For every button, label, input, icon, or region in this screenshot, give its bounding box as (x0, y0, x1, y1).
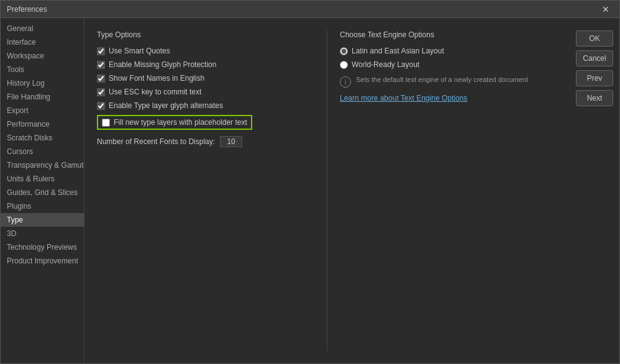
label-world-ready: World-Ready Layout (352, 60, 419, 69)
option-glyph-alternates: Enable Type layer glyph alternates (97, 101, 314, 110)
sidebar-item-history-log[interactable]: History Log (1, 76, 84, 90)
preferences-window: Preferences ✕ GeneralInterfaceWorkspaceT… (0, 0, 620, 364)
sidebar-item-3d[interactable]: 3D (1, 227, 84, 240)
sidebar-item-tools[interactable]: Tools (1, 63, 84, 76)
learn-more-link[interactable]: Learn more about Text Engine Options (340, 94, 467, 102)
content-area: GeneralInterfaceWorkspaceToolsHistory Lo… (1, 18, 619, 363)
sidebar-item-transparency---gamut[interactable]: Transparency & Gamut (1, 158, 84, 172)
sidebar: GeneralInterfaceWorkspaceToolsHistory Lo… (1, 18, 84, 363)
sidebar-item-scratch-disks[interactable]: Scratch Disks (1, 131, 84, 145)
sidebar-item-plugins[interactable]: Plugins (1, 199, 84, 213)
option-esc-key: Use ESC key to commit text (97, 88, 314, 96)
recent-fonts-row: Number of Recent Fonts to Display: (97, 136, 314, 147)
radio-latin-input[interactable] (340, 47, 348, 55)
checkbox-glyph-alternates[interactable] (97, 102, 105, 110)
prev-button[interactable]: Prev (576, 70, 613, 86)
label-latin: Latin and East Asian Layout (352, 47, 444, 55)
sidebar-item-units---rulers[interactable]: Units & Rulers (1, 172, 84, 186)
cancel-button[interactable]: Cancel (576, 50, 613, 66)
panel-row: Type Options Use Smart Quotes Enable Mis… (97, 30, 557, 351)
right-section: Choose Text Engine Options Latin and Eas… (327, 30, 557, 351)
checkbox-smart-quotes[interactable] (97, 47, 105, 55)
main-panel: Type Options Use Smart Quotes Enable Mis… (84, 18, 570, 363)
label-missing-glyph: Enable Missing Glyph Protection (109, 60, 216, 69)
sidebar-item-guides--grid---slices[interactable]: Guides, Grid & Slices (1, 186, 84, 199)
sidebar-item-type[interactable]: Type (1, 213, 84, 227)
sidebar-item-performance[interactable]: Performance (1, 117, 84, 131)
info-icon: i (340, 76, 351, 88)
sidebar-item-cursors[interactable]: Cursors (1, 145, 84, 158)
right-section-title: Choose Text Engine Options (340, 30, 557, 39)
radio-latin: Latin and East Asian Layout (340, 47, 557, 55)
label-esc-key: Use ESC key to commit text (109, 88, 201, 96)
highlighted-option-row: Fill new type layers with placeholder te… (97, 115, 252, 130)
option-missing-glyph: Enable Missing Glyph Protection (97, 60, 314, 69)
ok-button[interactable]: OK (576, 30, 613, 47)
checkbox-missing-glyph[interactable] (97, 61, 105, 69)
checkbox-font-names[interactable] (97, 75, 105, 83)
label-placeholder-text: Fill new type layers with placeholder te… (114, 118, 247, 127)
option-smart-quotes: Use Smart Quotes (97, 47, 314, 55)
sidebar-item-general[interactable]: General (1, 22, 84, 35)
sidebar-item-file-handling[interactable]: File Handling (1, 90, 84, 104)
window-title: Preferences (7, 5, 47, 14)
checkbox-placeholder-text[interactable] (102, 119, 110, 127)
radio-world-ready-input[interactable] (340, 61, 348, 69)
sidebar-item-workspace[interactable]: Workspace (1, 49, 84, 63)
sidebar-item-product-improvement[interactable]: Product Improvement (1, 254, 84, 268)
sidebar-item-interface[interactable]: Interface (1, 35, 84, 49)
next-button[interactable]: Next (576, 90, 613, 106)
recent-fonts-input[interactable] (220, 136, 242, 147)
sidebar-item-technology-previews[interactable]: Technology Previews (1, 240, 84, 254)
sidebar-item-export[interactable]: Export (1, 104, 84, 117)
radio-world-ready: World-Ready Layout (340, 60, 557, 69)
info-text: Sets the default text engine of a newly … (356, 75, 528, 84)
info-box: i Sets the default text engine of a newl… (340, 75, 557, 88)
label-smart-quotes: Use Smart Quotes (109, 47, 170, 55)
label-glyph-alternates: Enable Type layer glyph alternates (109, 101, 223, 110)
close-button[interactable]: ✕ (598, 3, 613, 16)
label-font-names: Show Font Names in English (109, 74, 204, 83)
left-section: Type Options Use Smart Quotes Enable Mis… (97, 30, 314, 351)
title-bar: Preferences ✕ (1, 1, 619, 18)
left-section-title: Type Options (97, 30, 314, 39)
option-font-names: Show Font Names in English (97, 74, 314, 83)
recent-fonts-label: Number of Recent Fonts to Display: (97, 137, 215, 146)
buttons-panel: OK Cancel Prev Next (570, 18, 619, 363)
checkbox-esc-key[interactable] (97, 88, 105, 96)
